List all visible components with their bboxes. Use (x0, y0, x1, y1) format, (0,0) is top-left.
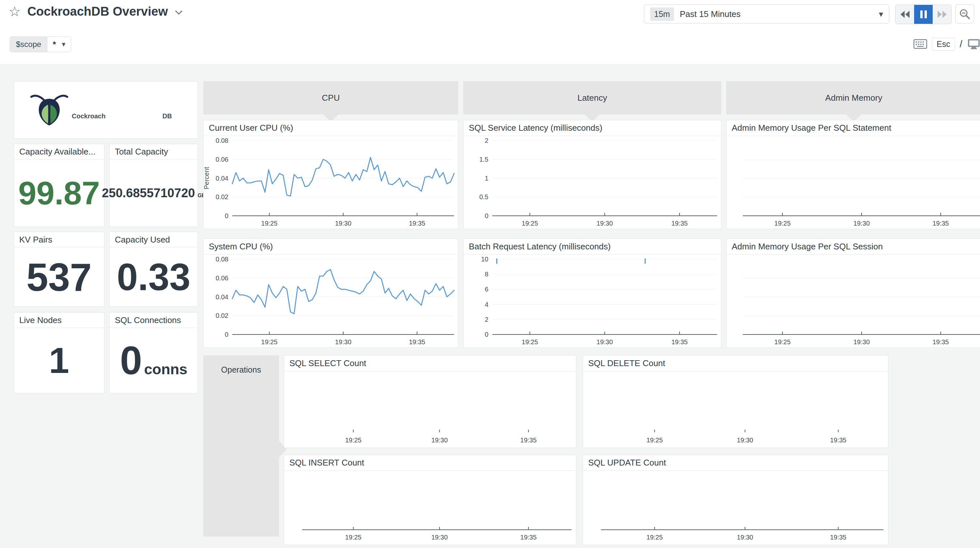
svg-text:19:25: 19:25 (345, 534, 361, 541)
stat-card-capacity-available: Capacity Available... 99.87 (14, 144, 104, 227)
chart-title: SQL SELECT Count (284, 356, 576, 371)
chart-plot-batch-request-latency[interactable]: 024681019:2519:3019:35 (464, 254, 721, 348)
scope-selector[interactable]: $scope * ▾ (10, 37, 71, 52)
group-header-latency: Latency (463, 81, 721, 114)
chart-plot-admin-memory-session[interactable]: 19:2519:3019:35 (727, 254, 980, 348)
chart-plot-current-user-cpu[interactable]: 00.020.040.060.0819:2519:3019:35Percent (204, 136, 458, 229)
group-label-operations: Operations (203, 355, 279, 375)
chart-card-sql-update-count: SQL UPDATE Count 19:2519:3019:35 (583, 455, 888, 545)
chart-card-sql-service-latency: SQL Service Latency (milliseconds) 00.51… (463, 120, 721, 229)
chart-plot-sql-insert-count[interactable]: 19:2519:3019:35 (284, 471, 576, 545)
svg-text:0.02: 0.02 (216, 312, 228, 319)
svg-text:19:35: 19:35 (932, 220, 949, 227)
logo-suffix-text: DB (162, 113, 172, 120)
chart-title: System CPU (%) (204, 239, 458, 254)
svg-text:19:25: 19:25 (775, 338, 791, 346)
fast-forward-button[interactable] (933, 5, 951, 24)
chart-plot-sql-update-count[interactable]: 19:2519:3019:35 (583, 471, 888, 545)
svg-text:19:30: 19:30 (853, 220, 870, 227)
svg-text:2: 2 (485, 137, 488, 144)
svg-text:19:30: 19:30 (737, 534, 753, 541)
stat-title: SQL Connections (110, 313, 198, 328)
chart-title: Batch Request Latency (milliseconds) (464, 239, 721, 254)
cockroachdb-logo: Cockroach DB (28, 92, 184, 127)
svg-text:4: 4 (485, 301, 488, 308)
time-range-picker[interactable]: 15m Past 15 Minutes ▾ (644, 5, 889, 24)
chart-card-current-user-cpu: Current User CPU (%) 00.020.040.060.0819… (203, 120, 458, 229)
svg-text:19:25: 19:25 (261, 338, 278, 346)
stat-value: 537 (26, 257, 92, 297)
shortcut-hints: Esc / (913, 37, 980, 51)
chart-title: SQL DELETE Count (583, 356, 888, 371)
svg-text:0: 0 (225, 212, 228, 219)
zoom-out-icon (958, 8, 971, 20)
stat-value: 0conns (120, 341, 187, 380)
svg-text:19:35: 19:35 (409, 338, 425, 346)
svg-text:0.5: 0.5 (479, 193, 488, 200)
svg-text:19:25: 19:25 (345, 437, 361, 444)
scope-variable-label: $scope (10, 37, 47, 52)
stat-value: 0.33 (117, 258, 191, 296)
svg-text:19:30: 19:30 (431, 534, 448, 541)
caret-down-icon: ▾ (879, 9, 883, 19)
rewind-button[interactable] (896, 5, 914, 24)
svg-text:19:25: 19:25 (775, 220, 791, 227)
header-left: ☆ CockroachDB Overview (8, 5, 183, 19)
star-icon[interactable]: ☆ (8, 5, 21, 19)
stat-card-kv-pairs: KV Pairs 537 (14, 232, 104, 307)
svg-text:0.06: 0.06 (216, 156, 228, 163)
chart-title: SQL INSERT Count (284, 455, 576, 471)
pause-button[interactable] (914, 5, 933, 24)
svg-text:19:35: 19:35 (830, 437, 846, 444)
svg-text:19:25: 19:25 (647, 437, 663, 444)
svg-text:19:35: 19:35 (932, 338, 949, 346)
group-header-admin-memory: Admin Memory (726, 81, 980, 114)
svg-text:Percent: Percent (204, 167, 210, 189)
svg-text:19:30: 19:30 (737, 437, 753, 444)
chart-card-system-cpu: System CPU (%) 00.020.040.060.0819:2519:… (203, 238, 458, 348)
chevron-down-icon[interactable] (175, 10, 183, 16)
chart-plot-sql-select-count[interactable]: 19:2519:3019:35 (284, 371, 576, 448)
stat-card-sql-connections: SQL Connections 0conns (109, 312, 198, 394)
stat-card-total-capacity: Total Capacity 250.6855710720GB (109, 144, 198, 227)
chart-title: Current User CPU (%) (204, 120, 458, 136)
svg-text:0: 0 (485, 212, 488, 219)
svg-text:19:25: 19:25 (522, 338, 538, 346)
svg-text:19:35: 19:35 (409, 220, 425, 227)
svg-text:19:30: 19:30 (431, 437, 448, 444)
svg-text:1.5: 1.5 (479, 156, 488, 163)
svg-text:0: 0 (225, 331, 228, 338)
chart-plot-sql-service-latency[interactable]: 00.511.5219:2519:3019:35 (464, 136, 721, 229)
chart-card-admin-memory-statement: Admin Memory Usage Per SQL Statement 19:… (726, 120, 980, 229)
scope-value-dropdown[interactable]: * ▾ (47, 37, 70, 52)
svg-text:19:35: 19:35 (671, 220, 688, 227)
stat-unit: conns (144, 362, 188, 376)
chart-plot-system-cpu[interactable]: 00.020.040.060.0819:2519:3019:35 (204, 254, 458, 348)
chart-plot-admin-memory-statement[interactable]: 19:2519:3019:35 (727, 136, 980, 229)
svg-text:19:25: 19:25 (261, 220, 278, 227)
chart-card-admin-memory-session: Admin Memory Usage Per SQL Session 19:25… (726, 238, 980, 348)
svg-text:19:30: 19:30 (853, 338, 870, 346)
zoom-out-button[interactable] (955, 5, 974, 24)
svg-text:0.04: 0.04 (216, 294, 228, 300)
svg-text:19:30: 19:30 (335, 338, 352, 346)
svg-text:19:30: 19:30 (597, 338, 612, 346)
svg-text:19:35: 19:35 (671, 338, 688, 346)
svg-text:0: 0 (485, 331, 488, 338)
tv-mode-icon[interactable] (967, 38, 980, 50)
chart-card-sql-select-count: SQL SELECT Count 19:2519:3019:35 (284, 355, 576, 448)
svg-text:8: 8 (485, 270, 488, 278)
stat-title: Capacity Available... (14, 144, 104, 159)
logo-brand-text: Cockroach (72, 113, 105, 120)
playback-controls (895, 5, 951, 24)
stat-value: 99.87 (18, 177, 100, 209)
chart-card-batch-request-latency: Batch Request Latency (milliseconds) 024… (463, 238, 721, 348)
svg-text:19:35: 19:35 (520, 437, 537, 444)
stat-card-capacity-used: Capacity Used 0.33 (109, 232, 198, 307)
esc-key-hint: Esc (932, 38, 955, 51)
chart-plot-sql-delete-count[interactable]: 19:2519:3019:35 (583, 371, 888, 448)
group-header-cpu: CPU (203, 81, 458, 114)
time-range-label: Past 15 Minutes (680, 9, 741, 19)
stat-title: Live Nodes (14, 313, 104, 328)
dashboard-page: ☆ CockroachDB Overview 15m Past 15 Minut… (0, 0, 980, 548)
